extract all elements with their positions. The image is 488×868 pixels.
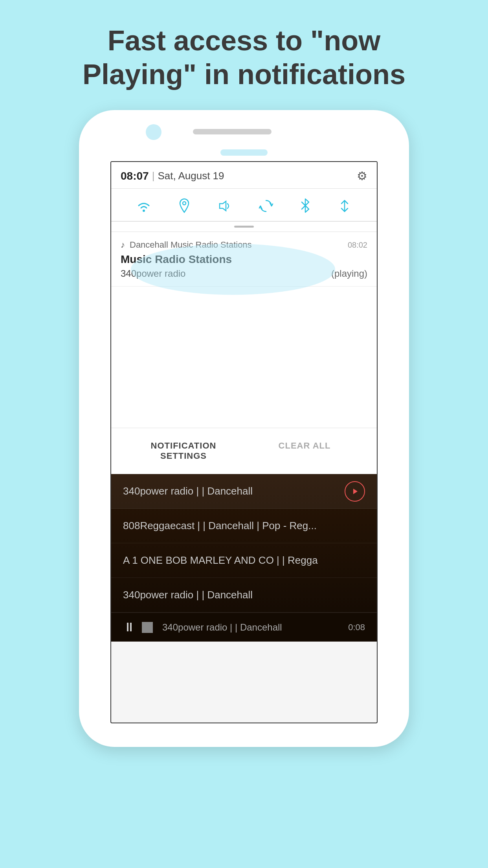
svg-point-0 <box>143 210 145 212</box>
phone-speaker <box>193 129 272 134</box>
empty-notification-area <box>111 287 377 428</box>
station-name-1: 808Reggaecast | | Dancehall | Pop - Reg.… <box>123 520 317 531</box>
notification-item[interactable]: ♪ Dancehall Music Radio Stations 08:02 M… <box>111 232 377 287</box>
headline-line2: Playing" in notifications <box>83 59 405 90</box>
status-bar: 08:07 | Sat, August 19 ⚙ <box>111 162 377 189</box>
phone-camera <box>146 124 161 140</box>
bluetooth-icon[interactable] <box>300 197 310 213</box>
data-transfer-icon[interactable] <box>338 197 352 213</box>
notification-panel: ♪ Dancehall Music Radio Stations 08:02 M… <box>111 232 377 287</box>
notification-title: Music Radio Stations <box>121 253 367 266</box>
stop-button[interactable] <box>142 622 153 633</box>
notification-app-name: Dancehall Music Radio Stations <box>130 240 348 250</box>
station-row-3[interactable]: 340power radio | | Dancehall <box>111 578 377 612</box>
location-icon[interactable] <box>178 197 190 213</box>
wifi-icon[interactable] <box>136 197 151 213</box>
playback-bar: ⏸ 340power radio | | Dancehall 0:08 <box>111 612 377 642</box>
notification-time: 08:02 <box>348 241 367 250</box>
volume-icon[interactable] <box>217 197 232 213</box>
playback-time: 0:08 <box>348 622 365 633</box>
station-row-1[interactable]: 808Reggaecast | | Dancehall | Pop - Reg.… <box>111 509 377 543</box>
notification-playing-status: (playing) <box>331 268 367 279</box>
headline-line1: Fast access to "now <box>108 25 380 56</box>
station-row-0[interactable]: 340power radio | | Dancehall <box>111 474 377 509</box>
status-time: 08:07 <box>121 170 149 182</box>
play-button-0[interactable] <box>345 481 365 502</box>
notification-actions-bar: NOTIFICATION SETTINGS CLEAR ALL <box>111 428 377 474</box>
status-date: Sat, August 19 <box>158 170 224 182</box>
station-row-2[interactable]: A 1 ONE BOB MARLEY AND CO | | Regga <box>111 543 377 578</box>
notification-station: 340power radio <box>121 268 185 279</box>
status-separator: | <box>152 170 155 182</box>
station-name-3: 340power radio | | Dancehall <box>123 589 253 601</box>
clear-all-button[interactable]: CLEAR ALL <box>244 437 365 465</box>
station-name-0: 340power radio | | Dancehall <box>123 485 253 497</box>
phone-screen: 08:07 | Sat, August 19 ⚙ <box>110 161 378 723</box>
notification-settings-button[interactable]: NOTIFICATION SETTINGS <box>123 437 244 465</box>
notification-subtitle: 340power radio (playing) <box>121 268 367 279</box>
drag-handle <box>234 226 254 228</box>
svg-point-1 <box>183 202 186 205</box>
quick-settings-row <box>111 189 377 222</box>
app-content: 340power radio | | Dancehall 808Reggaeca… <box>111 474 377 642</box>
playback-station: 340power radio | | Dancehall <box>162 622 348 633</box>
phone-frame: 08:07 | Sat, August 19 ⚙ <box>79 110 409 747</box>
notification-header: ♪ Dancehall Music Radio Stations 08:02 <box>121 240 367 250</box>
sync-icon[interactable] <box>259 197 273 213</box>
music-icon: ♪ <box>121 240 125 250</box>
phone-home-indicator <box>220 149 268 156</box>
svg-marker-4 <box>353 489 358 494</box>
station-name-2: A 1 ONE BOB MARLEY AND CO | | Regga <box>123 554 318 566</box>
svg-marker-2 <box>220 201 226 211</box>
gear-icon[interactable]: ⚙ <box>357 169 367 183</box>
headline: Fast access to "now Playing" in notifica… <box>0 0 488 107</box>
pause-icon[interactable]: ⏸ <box>123 620 136 634</box>
